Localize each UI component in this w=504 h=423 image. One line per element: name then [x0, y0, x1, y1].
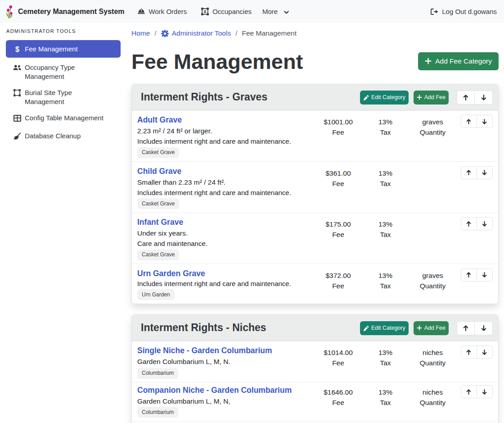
svg-text:$: $ — [15, 45, 19, 53]
